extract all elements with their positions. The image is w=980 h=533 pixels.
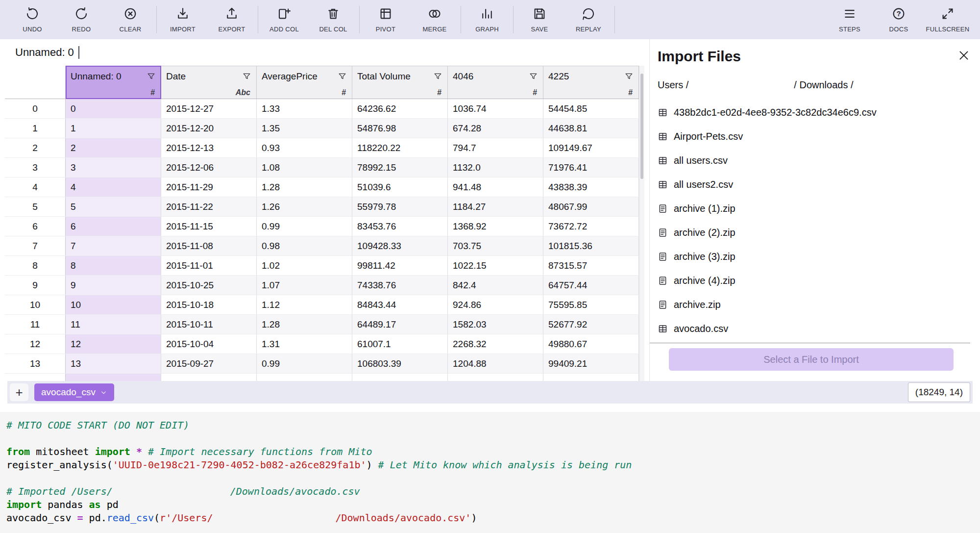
close-button[interactable]: [957, 49, 970, 63]
cell[interactable]: 6: [66, 217, 161, 236]
cell[interactable]: 78992.15: [352, 158, 448, 177]
cell[interactable]: 61007.1: [352, 334, 448, 354]
steps-button[interactable]: STEPS: [825, 2, 874, 37]
filter-icon[interactable]: [624, 72, 634, 81]
cell[interactable]: 2015-10-18: [161, 295, 257, 314]
table-row[interactable]: 10 10 2015-10-18 1.12 84843.44 924.86 75…: [5, 295, 639, 315]
scrollbar-thumb[interactable]: [640, 74, 643, 179]
cell[interactable]: 64757.44: [543, 276, 639, 295]
sheet-tab-avocado-csv[interactable]: avocado_csv: [34, 383, 114, 401]
cell[interactable]: 84843.44: [352, 295, 448, 314]
filter-icon[interactable]: [147, 72, 156, 81]
filter-icon[interactable]: [433, 72, 442, 81]
table-row[interactable]: 3 3 2015-12-06 1.08 78992.15 1132.0 7197…: [5, 158, 639, 178]
table-row[interactable]: 12 12 2015-10-04 1.31 61007.1 2268.32 49…: [5, 334, 639, 354]
filter-icon[interactable]: [242, 72, 251, 81]
row-index[interactable]: 7: [5, 236, 66, 255]
cell[interactable]: 54876.98: [352, 119, 448, 138]
cell[interactable]: 1022.15: [448, 256, 543, 275]
cell[interactable]: 2015-11-29: [161, 178, 257, 197]
cell[interactable]: 703.75: [448, 236, 543, 255]
row-index[interactable]: 0: [5, 99, 66, 118]
cell[interactable]: 64489.17: [352, 315, 448, 334]
cell[interactable]: 1.26: [257, 197, 352, 216]
cell[interactable]: 1.28: [257, 315, 352, 334]
row-index[interactable]: 9: [5, 276, 66, 295]
row-index[interactable]: 6: [5, 217, 66, 236]
cell[interactable]: 10: [66, 295, 161, 314]
cell[interactable]: 0.99: [257, 354, 352, 373]
file-item[interactable]: archive (4).zip: [658, 269, 970, 293]
cell[interactable]: 1.02: [257, 256, 352, 275]
cell[interactable]: 109428.33: [352, 236, 448, 255]
cell[interactable]: 55979.78: [352, 197, 448, 216]
delete-column-button[interactable]: DEL COL: [309, 2, 358, 37]
cell[interactable]: 924.86: [448, 295, 543, 314]
cell[interactable]: 4: [66, 178, 161, 197]
cell[interactable]: 0.98: [257, 236, 352, 255]
row-index[interactable]: 4: [5, 178, 66, 197]
cell[interactable]: 118220.22: [352, 138, 448, 157]
cell[interactable]: 49880.67: [543, 334, 639, 354]
table-row[interactable]: 5 5 2015-11-22 1.26 55979.78 1184.27 480…: [5, 197, 639, 217]
file-item[interactable]: 438b2dc1-e02d-4ee8-9352-3c82dc34e6c9.csv: [658, 101, 970, 125]
column-header[interactable]: 4046 #: [448, 66, 543, 99]
add-column-button[interactable]: ADD COL: [260, 2, 309, 37]
cell[interactable]: 1.31: [257, 334, 352, 354]
cell[interactable]: 2015-09-27: [161, 354, 257, 373]
cell[interactable]: 106803.39: [352, 354, 448, 373]
row-index[interactable]: 8: [5, 256, 66, 275]
save-button[interactable]: SAVE: [515, 2, 564, 37]
table-row[interactable]: 8 8 2015-11-01 1.02 99811.42 1022.15 873…: [5, 256, 639, 276]
cell[interactable]: 13: [66, 354, 161, 373]
pivot-button[interactable]: PIVOT: [361, 2, 410, 37]
table-row[interactable]: 11 11 2015-10-11 1.28 64489.17 1582.03 5…: [5, 315, 639, 334]
cell[interactable]: 1582.03: [448, 315, 543, 334]
cell[interactable]: 12: [66, 334, 161, 354]
table-row[interactable]: 0 0 2015-12-27 1.33 64236.62 1036.74 544…: [5, 99, 639, 119]
cell[interactable]: 43838.39: [543, 178, 639, 197]
cell[interactable]: 674.28: [448, 119, 543, 138]
cell[interactable]: 2268.32: [448, 334, 543, 354]
cell[interactable]: 64236.62: [352, 99, 448, 118]
chevron-down-icon[interactable]: [100, 389, 107, 396]
file-item[interactable]: all users.csv: [658, 149, 970, 173]
cell[interactable]: 2015-12-27: [161, 99, 257, 118]
cell[interactable]: 3: [66, 158, 161, 177]
select-file-button[interactable]: Select a File to Import: [669, 348, 954, 371]
cell[interactable]: 1.07: [257, 276, 352, 295]
file-item[interactable]: archive (2).zip: [658, 221, 970, 245]
redo-button[interactable]: REDO: [57, 2, 106, 37]
row-index[interactable]: 2: [5, 138, 66, 157]
row-index[interactable]: 10: [5, 295, 66, 314]
import-button[interactable]: IMPORT: [158, 2, 207, 37]
table-row[interactable]: 13 13 2015-09-27 0.99 106803.39 1204.88 …: [5, 354, 639, 374]
cell[interactable]: 1.08: [257, 158, 352, 177]
cell[interactable]: 48067.99: [543, 197, 639, 216]
cell[interactable]: 0: [66, 99, 161, 118]
table-row[interactable]: 7 7 2015-11-08 0.98 109428.33 703.75 101…: [5, 236, 639, 256]
replay-button[interactable]: REPLAY: [564, 2, 613, 37]
breadcrumb-downloads[interactable]: / Downloads /: [794, 79, 853, 91]
cell[interactable]: 1.33: [257, 99, 352, 118]
cell[interactable]: 2015-10-04: [161, 334, 257, 354]
graph-button[interactable]: GRAPH: [463, 2, 512, 37]
cell[interactable]: 2015-12-13: [161, 138, 257, 157]
cell-editor[interactable]: Unnamed: 0: [0, 39, 649, 66]
cell[interactable]: 1.28: [257, 178, 352, 197]
cell[interactable]: 2015-11-15: [161, 217, 257, 236]
cell[interactable]: 7: [66, 236, 161, 255]
cell[interactable]: 2: [66, 138, 161, 157]
cell[interactable]: 941.48: [448, 178, 543, 197]
filter-icon[interactable]: [338, 72, 347, 81]
table-row[interactable]: 2 2 2015-12-13 0.93 118220.22 794.7 1091…: [5, 138, 639, 158]
cell[interactable]: 1368.92: [448, 217, 543, 236]
grid-vertical-scrollbar[interactable]: [639, 66, 644, 381]
cell[interactable]: 109149.67: [543, 138, 639, 157]
docs-button[interactable]: ? DOCS: [874, 2, 923, 37]
file-item[interactable]: archive.zip: [658, 293, 970, 317]
clear-button[interactable]: CLEAR: [106, 2, 155, 37]
fullscreen-button[interactable]: FULLSCREEN: [923, 2, 972, 37]
cell[interactable]: 794.7: [448, 138, 543, 157]
column-header[interactable]: 4225 #: [543, 66, 639, 99]
